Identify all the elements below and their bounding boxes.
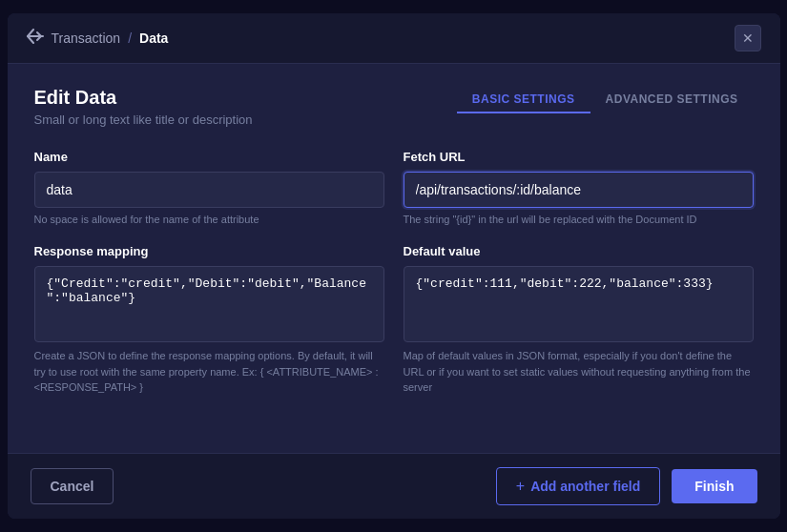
title-section: Edit Data Small or long text like title … (34, 87, 253, 127)
finish-button[interactable]: Finish (672, 469, 756, 503)
close-button[interactable]: ✕ (735, 25, 761, 51)
modal-header: Transaction / Data ✕ (8, 13, 780, 64)
settings-tabs: BASIC SETTINGS ADVANCED SETTINGS (457, 87, 754, 113)
name-hint: No space is allowed for the name of the … (34, 214, 384, 225)
tab-basic-settings[interactable]: BASIC SETTINGS (457, 87, 590, 113)
fetch-url-input[interactable] (404, 172, 754, 208)
name-label: Name (34, 150, 384, 164)
default-value-textarea[interactable] (404, 266, 754, 342)
form-row-2: Response mapping Create a JSON to define… (34, 244, 754, 396)
breadcrumb-parent: Transaction (52, 31, 121, 46)
name-input[interactable] (34, 172, 384, 208)
page-title: Edit Data (34, 87, 253, 109)
modal: Transaction / Data ✕ Edit Data Small or … (8, 13, 780, 519)
content-header: Edit Data Small or long text like title … (34, 87, 754, 127)
fetch-url-field-group: Fetch URL The string "{id}" in the url w… (404, 150, 754, 225)
tab-advanced-settings[interactable]: ADVANCED SETTINGS (590, 87, 754, 113)
response-mapping-hint: Create a JSON to define the response map… (34, 348, 384, 396)
name-field-group: Name No space is allowed for the name of… (34, 150, 384, 225)
page-subtitle: Small or long text like title or descrip… (34, 113, 253, 127)
breadcrumb: Transaction / Data (27, 29, 169, 48)
back-icon (27, 29, 44, 48)
response-mapping-textarea[interactable] (34, 266, 384, 342)
modal-overlay: Transaction / Data ✕ Edit Data Small or … (0, 0, 787, 532)
default-value-field-group: Default value Map of default values in J… (404, 244, 754, 396)
breadcrumb-separator: / (128, 31, 132, 46)
response-mapping-field-group: Response mapping Create a JSON to define… (34, 244, 384, 396)
add-another-field-label: Add another field (530, 479, 640, 494)
breadcrumb-current: Data (139, 31, 168, 46)
default-value-label: Default value (404, 244, 754, 258)
close-icon: ✕ (742, 31, 754, 46)
default-value-hint: Map of default values in JSON format, es… (404, 348, 754, 396)
cancel-button[interactable]: Cancel (31, 468, 114, 504)
fetch-url-hint: The string "{id}" in the url will be rep… (404, 214, 754, 225)
footer-right: + Add another field Finish (496, 467, 757, 505)
response-mapping-label: Response mapping (34, 244, 384, 258)
modal-footer: Cancel + Add another field Finish (8, 453, 780, 519)
add-another-field-button[interactable]: + Add another field (496, 467, 660, 505)
modal-content: Edit Data Small or long text like title … (8, 64, 780, 453)
plus-icon: + (516, 478, 525, 495)
form-row-1: Name No space is allowed for the name of… (34, 150, 754, 225)
fetch-url-label: Fetch URL (404, 150, 754, 164)
